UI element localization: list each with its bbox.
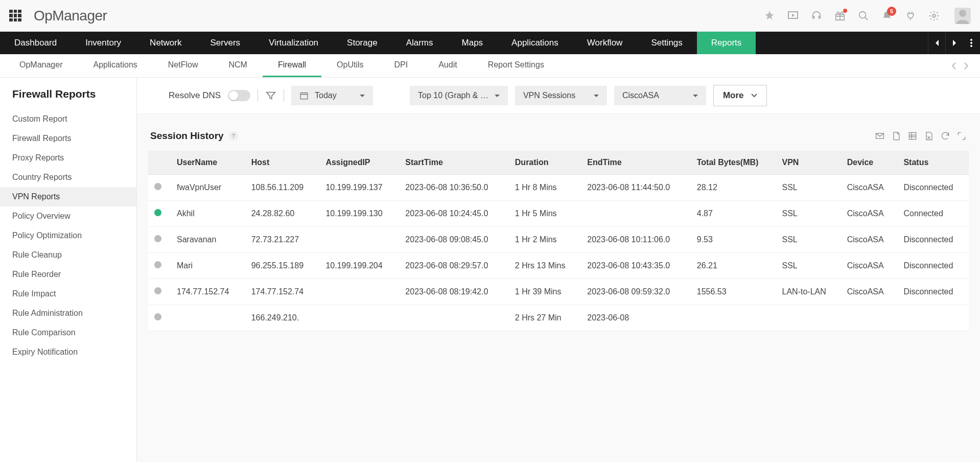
date-range-dropdown[interactable]: Today <box>291 86 373 105</box>
cell-vpn: SSL <box>776 175 841 201</box>
col-total-bytes-mb-[interactable]: Total Bytes(MB) <box>691 151 776 175</box>
sidebar-item-rule-comparison[interactable]: Rule Comparison <box>0 323 136 342</box>
col-host[interactable]: Host <box>245 151 320 175</box>
cell-start: 2023-06-08 08:29:57.0 <box>399 253 508 279</box>
table-row[interactable]: fwaVpnUser108.56.11.20910.199.199.137202… <box>148 175 969 201</box>
gear-icon[interactable] <box>928 10 940 22</box>
cell-status: Disconnected <box>897 253 969 279</box>
top10-dropdown[interactable]: Top 10 (Graph & … <box>410 86 508 105</box>
sidebar-item-rule-impact[interactable]: Rule Impact <box>0 284 136 304</box>
secondary-nav-ncm[interactable]: NCM <box>213 54 262 77</box>
primary-nav-storage[interactable]: Storage <box>333 32 392 54</box>
col-endtime[interactable]: EndTime <box>581 151 690 175</box>
bell-icon[interactable]: 5 <box>881 10 893 22</box>
table-row[interactable]: 174.77.152.74174.77.152.742023-06-08 08:… <box>148 279 969 305</box>
col-starttime[interactable]: StartTime <box>399 151 508 175</box>
xls-icon[interactable] <box>924 131 934 141</box>
vpn-sessions-dropdown[interactable]: VPN Sessions <box>515 86 607 105</box>
secondary-nav-opmanager[interactable]: OpManager <box>4 54 78 77</box>
sidebar-item-country-reports[interactable]: Country Reports <box>0 168 136 187</box>
sidebar-item-policy-overview[interactable]: Policy Overview <box>0 206 136 226</box>
cell-user: 174.77.152.74 <box>171 279 245 305</box>
help-icon[interactable]: ? <box>229 131 238 141</box>
status-dot-icon <box>154 235 161 242</box>
sidebar-item-expiry-notification[interactable]: Expiry Notification <box>0 342 136 362</box>
primary-nav-virtualization[interactable]: Virtualization <box>254 32 333 54</box>
pdf-icon[interactable] <box>891 131 901 141</box>
device-dropdown[interactable]: CiscoASA <box>614 86 706 105</box>
primary-nav-servers[interactable]: Servers <box>196 32 254 54</box>
table-row[interactable]: 166.249.210.2 Hrs 27 Min2023-06-08 <box>148 305 969 331</box>
col-vpn[interactable]: VPN <box>776 151 841 175</box>
primary-nav-alarms[interactable]: Alarms <box>392 32 448 54</box>
chevron-down-icon <box>751 94 757 98</box>
cell-end: 2023-06-08 <box>581 305 690 331</box>
primary-nav-workflow[interactable]: Workflow <box>573 32 637 54</box>
search-icon[interactable] <box>857 10 870 22</box>
table-row[interactable]: Saravanan72.73.21.2272023-06-08 09:08:45… <box>148 227 969 253</box>
nav-more-icon[interactable] <box>963 32 980 54</box>
resolve-dns-toggle[interactable] <box>228 90 250 101</box>
col-assignedip[interactable]: AssignedIP <box>319 151 399 175</box>
secondary-nav-oputils[interactable]: OpUtils <box>321 54 379 77</box>
secondary-nav-audit[interactable]: Audit <box>423 54 472 77</box>
primary-nav-dashboard[interactable]: Dashboard <box>0 32 71 54</box>
csv-icon[interactable] <box>907 131 918 141</box>
col-username[interactable]: UserName <box>171 151 245 175</box>
primary-nav-applications[interactable]: Applications <box>497 32 573 54</box>
card-title: Session History <box>150 130 224 142</box>
refresh-icon[interactable] <box>940 131 950 141</box>
cell-status <box>897 305 969 331</box>
filter-icon[interactable] <box>265 90 276 101</box>
sidebar-item-custom-report[interactable]: Custom Report <box>0 109 136 129</box>
table-row[interactable]: Akhil24.28.82.6010.199.199.1302023-06-08… <box>148 201 969 227</box>
sidebar-item-proxy-reports[interactable]: Proxy Reports <box>0 148 136 168</box>
table-row[interactable]: Mari96.255.15.18910.199.199.2042023-06-0… <box>148 253 969 279</box>
subnav-next-icon[interactable] <box>962 61 971 71</box>
secondary-nav-applications[interactable]: Applications <box>78 54 153 77</box>
sidebar-item-rule-reorder[interactable]: Rule Reorder <box>0 265 136 284</box>
col-duration[interactable]: Duration <box>509 151 581 175</box>
nav-next-icon[interactable] <box>945 32 963 54</box>
rocket-icon[interactable] <box>763 10 776 22</box>
headset-icon[interactable] <box>810 10 823 22</box>
sidebar-item-vpn-reports[interactable]: VPN Reports <box>0 187 136 206</box>
more-button[interactable]: More <box>713 85 767 106</box>
secondary-nav-firewall[interactable]: Firewall <box>263 54 321 77</box>
sidebar-item-firewall-reports[interactable]: Firewall Reports <box>0 129 136 148</box>
col-status[interactable]: Status <box>897 151 969 175</box>
avatar[interactable] <box>954 8 971 24</box>
cell-start: 2023-06-08 09:08:45.0 <box>399 227 508 253</box>
mail-icon[interactable] <box>875 131 885 141</box>
primary-nav-network[interactable]: Network <box>135 32 196 54</box>
subnav-prev-icon[interactable] <box>949 61 959 71</box>
cell-status: Disconnected <box>897 227 969 253</box>
cell-device <box>841 305 898 331</box>
primary-nav-maps[interactable]: Maps <box>448 32 498 54</box>
cell-host: 174.77.152.74 <box>245 279 320 305</box>
sidebar-item-rule-cleanup[interactable]: Rule Cleanup <box>0 245 136 265</box>
sidebar-item-rule-administration[interactable]: Rule Administration <box>0 304 136 323</box>
secondary-nav-netflow[interactable]: NetFlow <box>153 54 214 77</box>
sidebar-item-policy-optimization[interactable]: Policy Optimization <box>0 226 136 245</box>
apps-grid-icon[interactable] <box>9 10 21 22</box>
primary-nav-inventory[interactable]: Inventory <box>71 32 135 54</box>
app-logo: OpManager <box>34 8 107 24</box>
primary-nav-settings[interactable]: Settings <box>637 32 696 54</box>
cell-status: Disconnected <box>897 279 969 305</box>
gift-icon[interactable] <box>834 10 846 22</box>
chevron-down-icon <box>360 95 365 100</box>
cell-status: Connected <box>897 201 969 227</box>
primary-nav-reports[interactable]: Reports <box>697 32 756 54</box>
col-device[interactable]: Device <box>841 151 898 175</box>
nav-prev-icon[interactable] <box>928 32 945 54</box>
presentation-icon[interactable] <box>787 10 799 22</box>
cell-vpn: SSL <box>776 201 841 227</box>
secondary-nav-dpi[interactable]: DPI <box>379 54 423 77</box>
cell-ip: 10.199.199.130 <box>319 201 399 227</box>
plug-icon[interactable] <box>904 10 917 22</box>
secondary-nav-report-settings[interactable]: Report Settings <box>473 54 559 77</box>
cell-start: 2023-06-08 08:19:42.0 <box>399 279 508 305</box>
expand-icon[interactable] <box>956 131 967 141</box>
top10-label: Top 10 (Graph & … <box>418 91 488 100</box>
